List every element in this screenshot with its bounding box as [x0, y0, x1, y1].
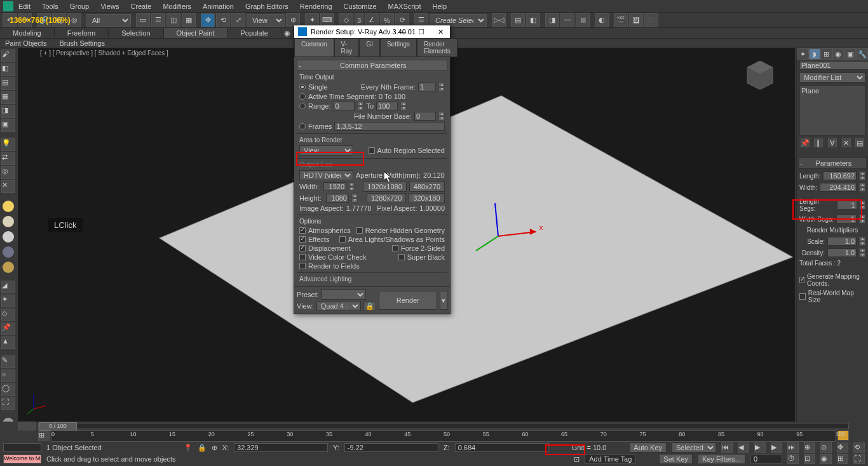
color-bluegrey[interactable] [3, 246, 14, 258]
menu-animation[interactable]: Animation [203, 3, 234, 10]
ribbon-freeform[interactable]: Freeform [55, 28, 109, 38]
track-bar-toggle[interactable]: ⊞ [38, 430, 50, 441]
lt-pin-icon[interactable]: 📌 [1, 323, 15, 335]
ribbon-modeling[interactable]: Modeling [0, 28, 55, 38]
height-input[interactable] [326, 194, 349, 203]
preset-480x270[interactable]: 480x270 [409, 182, 445, 192]
minimize-button[interactable]: — [393, 25, 412, 38]
hierarchy-tab[interactable]: ⊞ [820, 48, 832, 60]
mirror-button[interactable]: ▷◁ [492, 13, 506, 27]
scale-input[interactable] [827, 237, 857, 246]
show-end-result[interactable]: ∥ [814, 138, 823, 147]
ref-coord-system[interactable]: View [247, 14, 285, 27]
ribbon-expand[interactable]: ◉ [281, 28, 294, 38]
brush-settings-label[interactable]: Brush Settings [59, 39, 105, 47]
stack-item-plane[interactable]: Plane [801, 87, 864, 95]
lt-tool5[interactable]: ◨ [1, 105, 15, 118]
width-input[interactable] [323, 182, 346, 191]
output-preset-select[interactable]: HDTV (video) [299, 170, 353, 180]
menu-modifiers[interactable]: Modifiers [163, 3, 191, 10]
tab-render-elements[interactable]: Render Elements [417, 38, 458, 57]
menu-edit[interactable]: Edit [18, 3, 31, 10]
motion-tab[interactable]: ◉ [832, 48, 844, 60]
render-setup-button[interactable]: 🎬 [614, 13, 628, 27]
lt-tool9[interactable]: ◎ [1, 166, 15, 179]
super-black-check[interactable] [398, 254, 405, 260]
menu-maxscript[interactable]: MAXScript [388, 3, 421, 10]
nav3[interactable]: ✥ [837, 443, 848, 453]
render-dropdown[interactable]: ▾ [440, 291, 447, 310]
graphite-button[interactable]: ◨ [545, 13, 559, 27]
color-gold[interactable] [3, 262, 14, 273]
nav5[interactable]: ⊡ [804, 454, 815, 464]
play-button[interactable]: ▶ [754, 443, 766, 453]
video-color-check[interactable] [299, 254, 306, 260]
area-select[interactable]: View [299, 145, 353, 156]
play-start[interactable]: ⏮ [721, 443, 733, 453]
radio-single[interactable] [299, 84, 306, 90]
width-input[interactable] [820, 183, 857, 192]
menu-graph-editors[interactable]: Graph Editors [245, 3, 288, 10]
material-editor-button[interactable]: ◐ [595, 13, 609, 27]
parameters-rollout[interactable]: -Parameters [798, 157, 867, 169]
force2-check[interactable] [392, 245, 398, 251]
lt-tool2[interactable]: ◧ [1, 63, 15, 76]
rollout-common-params[interactable]: -Common Parameters [297, 60, 447, 71]
lt-light-icon[interactable]: 💡 [1, 138, 15, 151]
layers-button[interactable]: ◧ [526, 13, 540, 27]
tab-gi[interactable]: GI [359, 38, 380, 57]
gen-mapping-check[interactable] [799, 277, 804, 283]
render-production-button[interactable]: 🎥 [644, 13, 658, 27]
lt-tool10[interactable]: ✕ [1, 180, 15, 193]
width-segs-input[interactable] [836, 215, 857, 223]
script-listener[interactable] [3, 443, 41, 452]
frames-input[interactable] [334, 122, 445, 131]
nav8[interactable]: ⛶ [853, 454, 865, 464]
color-grey[interactable] [3, 231, 14, 243]
add-time-tag[interactable]: Add Time Tag [585, 455, 636, 463]
menu-tools[interactable]: Tools [42, 3, 58, 10]
lt-tool3[interactable]: ▤ [1, 77, 15, 90]
menu-help[interactable]: Help [433, 3, 447, 10]
render-button[interactable]: Render [379, 291, 437, 310]
length-segs-input[interactable] [837, 201, 857, 210]
schematic-button[interactable]: ⊞ [576, 13, 590, 27]
viewport-label[interactable]: [ + ] [ Perspective ] [ Shaded + Edged F… [40, 50, 168, 57]
viewcube[interactable] [741, 58, 779, 90]
remove-modifier[interactable]: ✕ [842, 138, 851, 147]
lt-tool17[interactable]: ⟐ [1, 369, 15, 382]
window-crossing-button[interactable]: ▦ [182, 13, 196, 27]
color-yellow[interactable] [3, 201, 14, 212]
preset-select[interactable] [322, 290, 366, 300]
atmospherics-check[interactable] [299, 227, 306, 234]
rendered-frame-button[interactable]: 🖼 [629, 13, 643, 27]
dialog-titlebar[interactable]: Render Setup: V-Ray Adv 3.40.01 — ☐ ✕ [294, 25, 450, 38]
displacement-check[interactable] [299, 245, 306, 251]
z-coord[interactable] [455, 443, 549, 452]
time-slider-left[interactable] [18, 422, 36, 430]
move-button[interactable]: ✥ [201, 13, 215, 27]
view-select[interactable]: Quad 4 - Perspe [316, 301, 361, 311]
length-input[interactable] [823, 171, 857, 180]
tag-icon[interactable]: ⊡ [574, 455, 580, 463]
ribbon-selection[interactable]: Selection [109, 28, 163, 38]
object-name-input[interactable] [799, 61, 868, 70]
lt-tool6[interactable]: ▣ [1, 119, 15, 132]
lt-tool16[interactable]: ✎ [1, 356, 15, 368]
time-slider-handle[interactable]: 0 / 100 [39, 422, 77, 431]
lock-icon[interactable]: 📍 [184, 444, 193, 452]
tab-settings[interactable]: Settings [380, 38, 417, 57]
nav1[interactable]: ⊕ [804, 443, 815, 453]
lt-tool4[interactable]: ▦ [1, 91, 15, 104]
lock-icon2[interactable]: 🔒 [198, 444, 207, 452]
color-beige[interactable] [3, 216, 14, 227]
ribbon-populate[interactable]: Populate [227, 28, 281, 38]
modifier-list-select[interactable]: Modifier List [799, 72, 865, 83]
utilities-tab[interactable]: 🔧 [856, 48, 868, 60]
pin-stack[interactable]: 📌 [801, 138, 810, 147]
paint-objects-label[interactable]: Paint Objects [5, 39, 46, 47]
create-tab[interactable]: ✦ [797, 48, 809, 60]
close-button[interactable]: ✕ [431, 25, 450, 38]
lt-tool8[interactable]: ⇄ [1, 152, 15, 165]
frame-input[interactable] [750, 455, 782, 463]
